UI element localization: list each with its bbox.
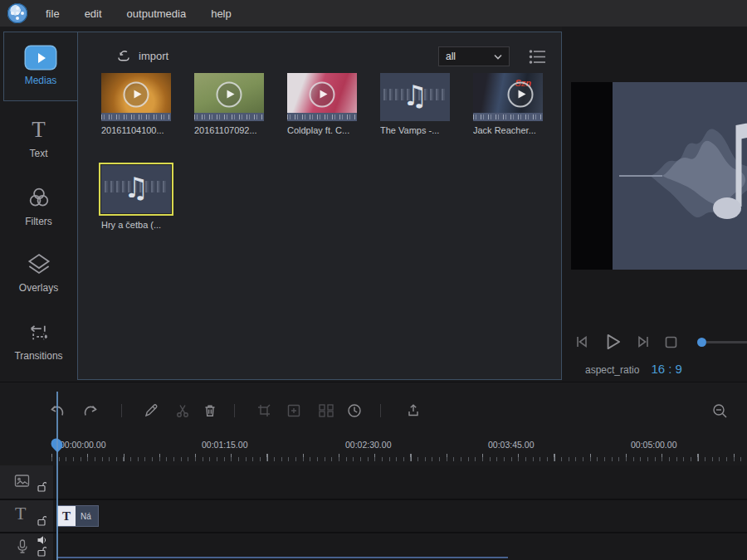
crop-button[interactable] xyxy=(256,402,272,419)
media-library-panel: import all 20161104100... xyxy=(77,32,562,380)
cut-button[interactable] xyxy=(174,402,191,419)
filters-icon xyxy=(27,186,51,209)
menu-outputmedia[interactable]: outputmedia xyxy=(127,7,187,20)
audio-waveform-strip xyxy=(287,113,357,121)
transitions-icon xyxy=(27,322,51,343)
zoom-out-button[interactable] xyxy=(710,402,730,421)
audio-thumbnail[interactable]: ♫ xyxy=(380,73,450,121)
app-logo-icon[interactable] xyxy=(7,3,27,23)
video-thumbnail[interactable] xyxy=(194,73,264,121)
ruler-timestamp: 00:03:45.00 xyxy=(488,440,534,450)
speaker-icon[interactable] xyxy=(37,535,47,545)
media-item[interactable]: 20161104100... xyxy=(101,73,173,135)
sidebar-item-label: Medias xyxy=(25,75,57,86)
sidebar-item-transitions[interactable]: Transitions xyxy=(0,313,77,371)
list-view-button[interactable] xyxy=(529,49,547,65)
play-overlay-icon xyxy=(310,81,335,107)
toolbar-separator xyxy=(121,404,122,417)
volume-slider-track[interactable] xyxy=(706,341,747,343)
aspect-ratio-label: aspect_ratio xyxy=(585,364,639,376)
text-icon: T xyxy=(32,119,46,141)
media-item[interactable]: ♫ The Vamps -... xyxy=(380,73,452,135)
play-overlay-icon xyxy=(508,81,534,107)
ruler-timestamp: 00:02:30.00 xyxy=(345,440,391,450)
speed-button[interactable] xyxy=(346,402,363,419)
video-thumbnail[interactable]: Szn xyxy=(473,73,543,121)
video-track-icon xyxy=(13,473,31,489)
sidebar-item-medias[interactable]: Medias xyxy=(3,32,78,101)
split-button[interactable] xyxy=(317,402,335,419)
text-clip[interactable]: T Ná xyxy=(56,505,99,527)
preview-music-graphic xyxy=(613,82,747,270)
next-frame-button[interactable] xyxy=(635,334,652,350)
media-filter-dropdown[interactable]: all xyxy=(438,46,510,66)
audio-track-header xyxy=(0,533,53,560)
unlock-icon[interactable] xyxy=(37,481,46,492)
video-thumbnail[interactable] xyxy=(287,73,357,121)
ruler-ticks-minor xyxy=(51,457,745,461)
preview-video-area[interactable] xyxy=(613,82,747,270)
import-icon xyxy=(115,47,132,64)
media-item-name: 20161107092... xyxy=(194,125,266,135)
export-button[interactable] xyxy=(405,402,422,419)
media-item[interactable]: 20161107092... xyxy=(194,73,266,135)
unlock-icon[interactable] xyxy=(37,515,46,526)
media-item[interactable]: Coldplay ft. C... xyxy=(287,73,359,135)
timeline-ruler[interactable]: 00:00:00.00 00:01:15.00 00:02:30.00 00:0… xyxy=(0,434,747,465)
music-note-icon: ♫ xyxy=(403,79,427,112)
media-item-name: 20161104100... xyxy=(101,125,173,135)
video-track[interactable] xyxy=(0,465,747,499)
media-item-name: Jack Reacher... xyxy=(473,125,544,135)
ruler-timestamp: 00:00:00.00 xyxy=(60,440,105,450)
aspect-ratio-value[interactable]: 16 : 9 xyxy=(651,362,682,376)
audio-clip-edge[interactable] xyxy=(56,557,508,558)
music-note-icon: ♫ xyxy=(124,171,149,204)
sidebar-item-text[interactable]: T Text xyxy=(0,110,77,168)
import-label: import xyxy=(139,50,168,62)
previous-frame-button[interactable] xyxy=(574,334,590,350)
audio-thumbnail[interactable]: ♫ xyxy=(101,165,171,213)
video-thumbnail[interactable] xyxy=(101,73,171,121)
play-overlay-icon xyxy=(217,81,242,107)
media-item-name: Coldplay ft. C... xyxy=(287,125,359,135)
fit-button[interactable] xyxy=(286,402,302,419)
medias-icon xyxy=(26,46,56,69)
sidebar-item-filters[interactable]: Filters xyxy=(0,178,77,236)
sidebar: Medias T Text Filters Overlays xyxy=(0,27,77,382)
menu-help[interactable]: help xyxy=(211,7,232,20)
media-item-selected[interactable]: ♫ Hry a četba (... xyxy=(101,165,173,230)
text-track[interactable]: T T Ná xyxy=(0,500,747,532)
menu-file[interactable]: file xyxy=(46,7,60,20)
audio-waveform-strip xyxy=(101,113,171,121)
toolbar-separator xyxy=(380,404,381,417)
chevron-down-icon xyxy=(494,54,502,60)
video-track-header xyxy=(0,465,53,499)
overlays-icon xyxy=(26,252,52,275)
stop-button[interactable] xyxy=(663,334,679,350)
timeline-section: 00:00:00.00 00:01:15.00 00:02:30.00 00:0… xyxy=(0,382,747,560)
play-overlay-icon xyxy=(124,81,149,107)
aspect-ratio-row: aspect_ratio 16 : 9 xyxy=(585,362,682,376)
text-clip-name: Ná xyxy=(76,506,98,526)
media-item[interactable]: Szn Jack Reacher... xyxy=(473,73,544,135)
letterbox-bar xyxy=(571,82,613,270)
import-button[interactable]: import xyxy=(115,47,168,64)
menu-edit[interactable]: edit xyxy=(85,7,102,20)
playhead-line[interactable] xyxy=(56,392,58,560)
unlock-icon[interactable] xyxy=(37,546,46,557)
media-filter-value: all xyxy=(446,51,456,62)
media-item-name: The Vamps -... xyxy=(380,125,452,135)
menu-bar: file edit outputmedia help xyxy=(0,0,747,27)
text-clip-icon: T xyxy=(57,506,76,526)
volume-slider-handle[interactable] xyxy=(697,338,706,347)
play-button[interactable] xyxy=(602,331,623,353)
preview-panel: aspect_ratio 16 : 9 xyxy=(562,27,747,382)
sidebar-item-label: Overlays xyxy=(19,282,58,294)
edit-button[interactable] xyxy=(143,402,159,419)
audio-waveform-strip xyxy=(194,113,264,121)
text-track-icon: T xyxy=(15,504,26,523)
redo-button[interactable] xyxy=(81,402,100,419)
sidebar-item-overlays[interactable]: Overlays xyxy=(0,244,77,302)
delete-button[interactable] xyxy=(202,402,218,419)
ruler-timestamp: 00:01:15.00 xyxy=(202,440,247,450)
